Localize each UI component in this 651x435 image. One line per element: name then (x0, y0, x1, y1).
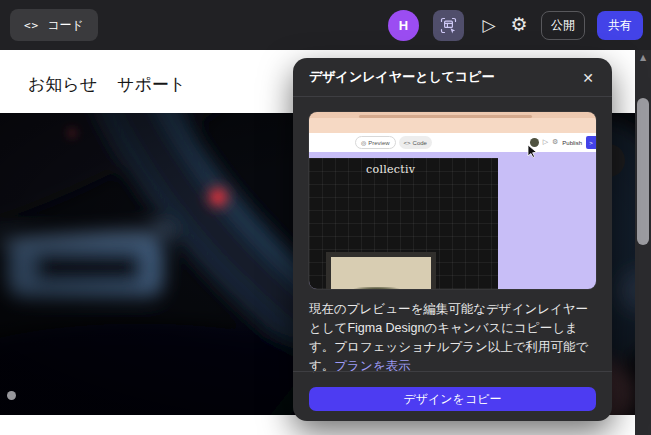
design-preview-thumbnail: ◎ Preview <> Code ▷ ⚙ Publish > (309, 112, 596, 289)
carousel-dot[interactable] (7, 391, 16, 400)
mini-code-icon: <> (404, 140, 411, 146)
close-icon[interactable]: ✕ (576, 66, 600, 90)
mini-site-title: collectiv (366, 163, 415, 176)
scrollbar-thumb[interactable] (637, 98, 649, 245)
mini-botanical-artwork (326, 252, 436, 289)
code-brackets-icon: <> (24, 19, 39, 32)
mini-play-icon: ▷ (543, 139, 548, 146)
mini-browser-chrome (309, 112, 596, 133)
mouse-cursor-icon (527, 144, 538, 162)
settings-gear-icon[interactable]: ⚙ (506, 11, 532, 38)
avatar[interactable]: H (388, 10, 419, 41)
mini-preview-tab: ◎ Preview (355, 136, 396, 149)
dialog-header: デザインレイヤーとしてコピー ✕ (293, 58, 612, 97)
mini-plant-illustration (337, 287, 425, 289)
copy-as-design-layer-icon (440, 17, 457, 34)
mini-figma-toolbar: ◎ Preview <> Code ▷ ⚙ Publish > (309, 133, 596, 152)
copy-as-design-layer-dialog: デザインレイヤーとしてコピー ✕ ◎ Preview <> Code ▷ ⚙ P… (293, 58, 612, 421)
scrollbar-track[interactable]: ▲ (635, 50, 651, 435)
mini-preview-label: Preview (368, 140, 389, 146)
mini-gear-icon: ⚙ (552, 139, 558, 146)
publish-button[interactable]: 公開 (541, 11, 585, 40)
mini-dark-canvas: collectiv (309, 158, 498, 289)
nav-link-news[interactable]: お知らせ (28, 73, 97, 96)
mini-eye-icon: ◎ (361, 139, 366, 146)
copy-design-button[interactable]: デザインをコピー (309, 387, 596, 411)
code-button-label: コード (47, 17, 84, 34)
mini-share-button: > (586, 136, 596, 149)
scrollbar-up-arrow-icon[interactable]: ▲ (635, 53, 651, 62)
mini-code-label: Code (413, 140, 427, 146)
copy-as-design-layer-button[interactable] (433, 10, 464, 41)
dialog-description: 現在のプレビューを編集可能なデザインレイヤーとしてFigma Designのキャ… (309, 300, 596, 376)
nav-link-support[interactable]: サポート (117, 73, 186, 96)
play-icon[interactable]: ▷ (477, 13, 501, 37)
share-button[interactable]: 共有 (597, 11, 643, 40)
mini-code-tab: <> Code (399, 136, 432, 149)
app-toolbar: <> コード H ▷ ⚙ 公開 共有 (0, 0, 651, 50)
code-button[interactable]: <> コード (10, 9, 98, 41)
dialog-divider (293, 371, 612, 372)
dialog-title: デザインレイヤーとしてコピー (309, 68, 495, 86)
mini-publish-label: Publish (562, 140, 582, 146)
mini-canvas-area: collectiv (309, 152, 596, 289)
